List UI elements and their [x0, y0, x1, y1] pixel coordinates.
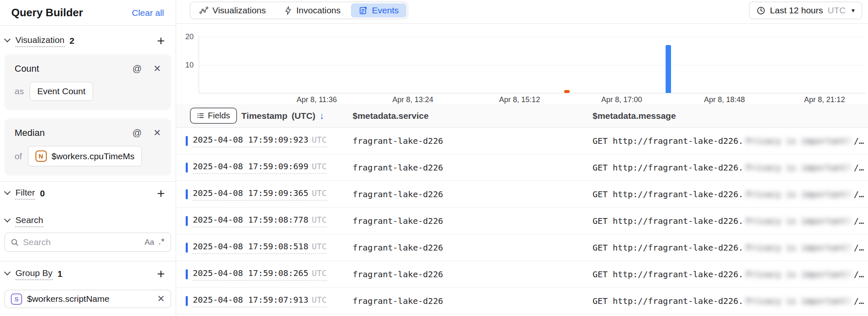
message-prefix: GET http://fragrant-lake-d226.: [593, 136, 743, 146]
timezone-label: UTC: [312, 268, 327, 278]
search-icon: [11, 238, 19, 246]
message-cell: GET http://fragrant-lake-d226.Privacy is…: [593, 136, 864, 146]
message-suffix: /…: [854, 136, 864, 146]
timestamp-cell[interactable]: 2025-04-08 17:59:09:699UTC: [193, 161, 327, 174]
chart-bar[interactable]: [564, 90, 570, 93]
table-row[interactable]: 2025-04-08 17:59:08:778UTC fragrant-lake…: [176, 208, 868, 234]
main-content: Visualizations Invocations Events Last 1…: [176, 0, 868, 316]
service-cell: fragrant-lake-d226: [353, 163, 443, 173]
timezone-label: UTC: [312, 215, 327, 225]
service-cell: fragrant-lake-d226: [353, 243, 443, 253]
visualization-section-label[interactable]: Visualization: [15, 35, 65, 47]
message-cell: GET http://fragrant-lake-d226.Privacy is…: [593, 296, 864, 306]
sort-desc-icon[interactable]: ↓: [320, 110, 324, 121]
message-cell: GET http://fragrant-lake-d226.Privacy is…: [593, 216, 864, 226]
message-suffix: /…: [854, 296, 864, 306]
query-builder-sidebar: Query Builder Clear all Visualization 2 …: [0, 0, 176, 316]
search-input[interactable]: Search Aa .*: [5, 233, 171, 252]
field-select-box[interactable]: N $workers.cpuTimeMs: [28, 146, 142, 166]
add-visualization-button[interactable]: +: [157, 34, 165, 48]
events-histogram-chart: 1020Apr 8, 11:36Apr 8, 13:24Apr 8, 15:12…: [176, 24, 868, 104]
chart-bar[interactable]: [666, 45, 671, 93]
match-case-icon[interactable]: Aa: [144, 238, 154, 247]
message-suffix: /…: [854, 243, 864, 253]
tab-label: Events: [372, 5, 399, 15]
tab-invocations[interactable]: Invocations: [275, 2, 350, 19]
service-cell: fragrant-lake-d226: [353, 269, 443, 279]
timestamp-cell[interactable]: 2025-04-08 17:59:08:518UTC: [193, 241, 327, 254]
table-row[interactable]: 2025-04-08 17:59:09:699UTC fragrant-lake…: [176, 154, 868, 181]
column-header-message[interactable]: $metadata.message: [593, 111, 676, 121]
visualization-card-median: Median @ ✕ of N $workers.cpuTimeMs: [5, 118, 171, 176]
column-header-service[interactable]: $metadata.service: [353, 111, 429, 121]
table-row[interactable]: 2025-04-08 17:59:08:265UTC fragrant-lake…: [176, 261, 868, 288]
message-prefix: GET http://fragrant-lake-d226.: [593, 269, 743, 279]
message-prefix: GET http://fragrant-lake-d226.: [593, 243, 743, 253]
gridline: [199, 65, 866, 65]
visualization-count: 2: [70, 36, 75, 46]
x-axis-line: [199, 93, 866, 93]
redacted-text: Privacy is important!: [746, 216, 851, 226]
table-row[interactable]: 2025-04-08 17:59:09:365UTC fragrant-lake…: [176, 181, 868, 208]
column-header-timestamp[interactable]: Timestamp (UTC): [241, 111, 315, 121]
timestamp-cell[interactable]: 2025-04-08 17:59:09:365UTC: [193, 188, 327, 201]
fields-button-label: Fields: [208, 111, 230, 120]
chevron-down-icon[interactable]: [4, 216, 11, 222]
redacted-text: Privacy is important!: [746, 189, 851, 199]
fields-button[interactable]: Fields: [190, 108, 237, 124]
regex-icon[interactable]: .*: [159, 237, 165, 246]
clear-all-link[interactable]: Clear all: [132, 8, 164, 18]
chevron-down-icon[interactable]: [4, 268, 11, 275]
chevron-down-icon[interactable]: [4, 188, 11, 195]
group-by-chip[interactable]: S $workers.scriptName ✕: [5, 290, 171, 308]
table-row[interactable]: 2025-04-08 17:59:09:923UTC fragrant-lake…: [176, 128, 868, 154]
timestamp-unit: (UTC): [292, 111, 315, 120]
timestamp-cell[interactable]: 2025-04-08 17:59:09:923UTC: [193, 135, 327, 147]
sidebar-divider: [0, 181, 176, 182]
message-suffix: /…: [854, 216, 864, 226]
chevron-down-icon[interactable]: [4, 35, 11, 42]
x-axis-tick-label: Apr 8, 11:36: [297, 95, 337, 104]
timestamp-cell[interactable]: 2025-04-08 17:59:07:913UTC: [193, 295, 327, 307]
table-row[interactable]: 2025-04-08 17:59:08:518UTC fragrant-lake…: [176, 234, 868, 261]
message-cell: GET http://fragrant-lake-d226.Privacy is…: [593, 189, 864, 199]
events-document-icon: [359, 6, 368, 15]
remove-card-icon[interactable]: ✕: [154, 128, 161, 138]
remove-card-icon[interactable]: ✕: [154, 63, 161, 74]
visualization-section-header: Visualization 2 +: [0, 33, 176, 49]
event-indicator-bar: [186, 269, 188, 279]
alias-at-icon[interactable]: @: [132, 63, 141, 74]
timestamp-cell[interactable]: 2025-04-08 17:59:08:265UTC: [193, 268, 327, 281]
service-cell: fragrant-lake-d226: [353, 216, 443, 226]
tab-visualizations[interactable]: Visualizations: [190, 2, 275, 19]
event-indicator-bar: [186, 216, 188, 226]
service-cell: fragrant-lake-d226: [353, 189, 443, 199]
group-by-section-label[interactable]: Group By: [15, 268, 53, 280]
events-table-header: Fields Timestamp (UTC) ↓ $metadata.servi…: [176, 104, 868, 128]
table-row[interactable]: 2025-04-08 17:59:07:913UTC fragrant-lake…: [176, 288, 868, 314]
caret-down-icon: ▾: [851, 7, 855, 14]
event-indicator-bar: [186, 189, 188, 199]
time-range-timezone: UTC: [828, 5, 845, 15]
alias-value: Event Count: [37, 86, 86, 96]
clock-icon: [757, 6, 765, 15]
gridline: [199, 37, 866, 37]
alias-at-icon[interactable]: @: [132, 128, 141, 138]
timestamp-cell[interactable]: 2025-04-08 17:59:08:778UTC: [193, 215, 327, 227]
filter-section-label[interactable]: Filter: [15, 188, 35, 200]
time-range-dropdown[interactable]: Last 12 hours UTC ▾: [749, 2, 862, 19]
sidebar-divider: [0, 261, 176, 261]
remove-group-by-icon[interactable]: ✕: [157, 293, 165, 304]
filter-count: 0: [40, 188, 45, 198]
events-table-body: 2025-04-08 17:59:09:923UTC fragrant-lake…: [176, 128, 868, 314]
time-range-label: Last 12 hours: [770, 5, 823, 15]
message-suffix: /…: [854, 269, 864, 279]
add-group-by-button[interactable]: +: [157, 267, 165, 281]
search-placeholder: Search: [23, 237, 140, 247]
message-prefix: GET http://fragrant-lake-d226.: [593, 296, 743, 306]
search-section-label[interactable]: Search: [15, 215, 43, 227]
tab-events[interactable]: Events: [351, 3, 406, 18]
add-filter-button[interactable]: +: [157, 187, 165, 200]
alias-value-box[interactable]: Event Count: [30, 82, 93, 101]
event-indicator-bar: [186, 296, 188, 306]
